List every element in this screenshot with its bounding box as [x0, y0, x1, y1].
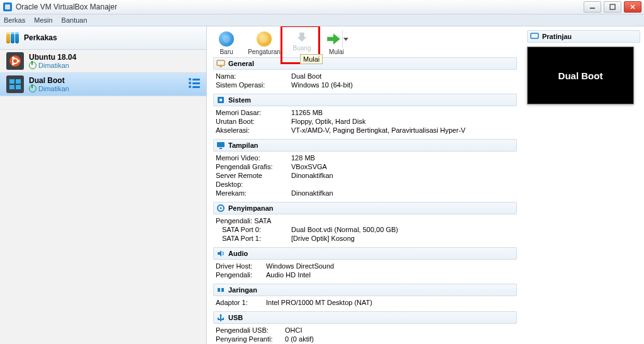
svg-rect-12: [16, 79, 21, 84]
field-value: Intel PRO/1000 MT Desktop (NAT): [266, 298, 372, 307]
section-usb-header[interactable]: USB: [213, 311, 517, 324]
menu-mesin[interactable]: Mesin: [34, 16, 52, 24]
section-tampilan-header[interactable]: Tampilan: [213, 139, 517, 152]
svg-point-22: [220, 208, 222, 209]
power-off-icon: [29, 85, 36, 92]
svg-rect-15: [217, 60, 225, 65]
field-label: Nama:: [216, 72, 291, 80]
svg-rect-23: [218, 288, 220, 292]
svg-point-10: [12, 63, 14, 65]
section-title: General: [228, 60, 254, 67]
svg-rect-18: [219, 99, 222, 101]
section-title: Penyimpanan: [228, 204, 274, 212]
maximize-button[interactable]: [604, 1, 621, 13]
field-label: Pengendali: SATA: [216, 216, 291, 225]
field-label: Merekam:: [216, 189, 291, 197]
start-button[interactable]: Mulai: [324, 30, 349, 55]
svg-rect-13: [9, 85, 14, 89]
svg-rect-14: [16, 85, 21, 89]
field-label: SATA Port 1:: [216, 234, 291, 243]
svg-rect-28: [531, 33, 538, 38]
start-arrow-icon: [325, 30, 342, 48]
discard-arrow-icon: [295, 30, 309, 44]
titlebar-title: Oracle VM VirtualBox Manajer: [16, 3, 584, 11]
new-label: Baru: [219, 48, 233, 55]
start-label: Mulai: [329, 48, 344, 55]
display-icon: [216, 141, 225, 150]
field-label: Memori Video:: [216, 153, 291, 162]
preview-header[interactable]: Pratinjau: [527, 30, 640, 43]
section-jaringan-header[interactable]: Jaringan: [213, 284, 517, 296]
app-window: Oracle VM VirtualBox Manajer Berkas Mesi…: [0, 0, 644, 344]
settings-label: Pengaturan: [248, 48, 280, 55]
field-label: Akselerasi:: [216, 126, 291, 135]
discard-button[interactable]: Buang: [286, 30, 318, 52]
field-label: Server Remote Desktop:: [216, 171, 291, 189]
svg-rect-20: [219, 148, 222, 149]
preview-icon: [530, 32, 539, 41]
monitor-icon: [216, 59, 225, 68]
field-value: Dual Boot: [291, 72, 321, 80]
section-title: USB: [228, 314, 243, 321]
field-label: Pengendali:: [216, 270, 266, 279]
section-title: Audio: [228, 250, 248, 257]
new-button[interactable]: Baru: [211, 30, 242, 55]
close-button[interactable]: [624, 1, 641, 13]
sidebar: Perkakas Ubuntu 18.04 Dimatikan Dual Boo…: [0, 26, 207, 344]
vm-state: Dimatikan: [29, 62, 76, 69]
minimize-button[interactable]: [584, 1, 601, 13]
chip-icon: [216, 96, 225, 104]
field-value: Windows DirectSound: [266, 262, 334, 270]
section-audio-header[interactable]: Audio: [213, 247, 517, 260]
details-pane: Baru Pengaturan Buang: [207, 26, 523, 344]
field-label: Adaptor 1:: [216, 298, 266, 307]
section-general-header[interactable]: General: [213, 57, 517, 70]
vm-name: Dual Boot: [29, 76, 69, 85]
svg-rect-24: [221, 288, 224, 292]
start-dropdown[interactable]: [342, 30, 349, 48]
titlebar: Oracle VM VirtualBox Manajer: [0, 0, 644, 14]
field-value: VBoxSVGA: [291, 162, 327, 171]
section-sistem-header[interactable]: Sistem: [213, 94, 517, 106]
vm-item-ubuntu[interactable]: Ubuntu 18.04 Dimatikan: [0, 50, 206, 73]
menu-berkas[interactable]: Berkas: [4, 16, 25, 24]
preview-title: Pratinjau: [542, 33, 572, 40]
window-controls: [584, 1, 641, 13]
main-body: Perkakas Ubuntu 18.04 Dimatikan Dual Boo…: [0, 26, 644, 344]
chevron-down-icon: [343, 38, 348, 41]
field-label: Driver Host:: [216, 262, 266, 270]
app-icon: [3, 2, 13, 12]
toolbar: Baru Pengaturan Buang: [207, 28, 523, 55]
preview-thumbnail[interactable]: Dual Boot: [527, 47, 634, 104]
tools-icon: [6, 32, 19, 43]
preview-pane: Pratinjau Dual Boot: [523, 26, 644, 344]
field-value: Floppy, Optik, Hard Disk: [291, 117, 365, 126]
vm-item-dualboot[interactable]: Dual Boot Dimatikan: [0, 73, 206, 96]
preview-vm-name: Dual Boot: [558, 70, 603, 81]
field-value: 11265 MB: [291, 108, 323, 117]
list-mode-icon[interactable]: [189, 78, 200, 88]
tools-button[interactable]: Perkakas: [0, 26, 206, 50]
menubar: Berkas Mesin Bantuan: [0, 14, 644, 26]
discard-label: Buang: [293, 45, 311, 52]
field-label: Penyaring Peranti:: [216, 335, 285, 343]
field-label: SATA Port 0:: [216, 225, 291, 234]
svg-rect-1: [5, 4, 10, 9]
vm-state: Dimatikan: [29, 85, 69, 92]
field-value: Windows 10 (64-bit): [291, 80, 353, 89]
section-title: Tampilan: [228, 141, 258, 149]
menu-bantuan[interactable]: Bantuan: [62, 16, 87, 24]
gear-yellow-icon: [257, 31, 272, 47]
field-value: OHCI: [285, 326, 303, 335]
field-value: [Drive Optik] Kosong: [291, 234, 355, 243]
ubuntu-icon: [6, 52, 24, 70]
section-penyimpanan-header[interactable]: Penyimpanan: [213, 202, 517, 214]
settings-button[interactable]: Pengaturan: [248, 30, 280, 55]
field-label: Urutan Boot:: [216, 117, 291, 126]
power-off-icon: [29, 62, 36, 69]
field-label: Pengendali USB:: [216, 326, 285, 335]
svg-rect-3: [610, 4, 615, 9]
network-icon: [216, 286, 225, 294]
field-value: Dinonaktifkan: [291, 171, 333, 189]
field-value: VT-x/AMD-V, Paging Bertingkat, Paravirtu…: [291, 126, 465, 135]
